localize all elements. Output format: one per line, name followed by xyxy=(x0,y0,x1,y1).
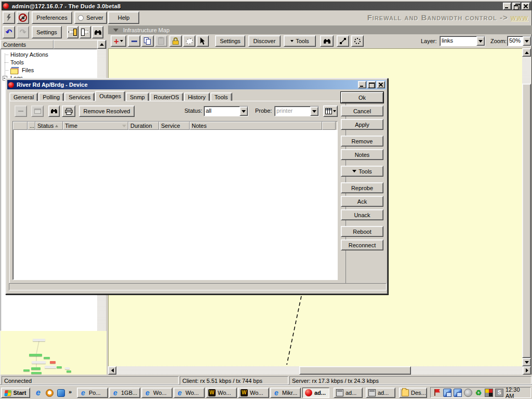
column-header[interactable] xyxy=(13,122,28,130)
remove-resolved-button[interactable]: Remove Resolved xyxy=(79,105,135,117)
select-button[interactable] xyxy=(196,35,209,47)
discover-button[interactable]: Discover xyxy=(248,35,281,47)
taskbar-task-button[interactable]: ad... xyxy=(366,388,395,398)
tree-item[interactable]: History Actions xyxy=(3,51,97,59)
layer-dropdown-button[interactable] xyxy=(476,36,485,46)
column-header[interactable]: ... xyxy=(28,122,35,130)
lock-button[interactable] xyxy=(169,35,182,47)
network-tray-icon[interactable] xyxy=(443,389,451,397)
dialog-titlebar[interactable]: River Rd Ap/Brdg - Device xyxy=(7,80,386,89)
map-vertical-scrollbar[interactable] xyxy=(522,48,531,366)
columns-button[interactable] xyxy=(323,105,338,117)
help-button[interactable]: Help xyxy=(108,11,139,24)
ring-tool-button[interactable] xyxy=(351,35,364,47)
taskbar-task-button[interactable]: Wo... xyxy=(174,388,205,398)
flag-tray-icon[interactable] xyxy=(433,389,441,397)
quick-launch-messenger-icon[interactable] xyxy=(56,388,66,397)
scroll-up-button[interactable] xyxy=(522,48,531,57)
sidebar-header[interactable]: Contents xyxy=(1,40,107,49)
scroll-down-button[interactable] xyxy=(522,358,531,366)
dialog-button[interactable]: Unack xyxy=(341,209,383,220)
start-button[interactable]: Start xyxy=(1,388,30,398)
dialog-button[interactable]: Apply xyxy=(341,119,383,130)
contents-header-label[interactable]: Contents xyxy=(1,40,54,49)
layer-select[interactable]: links xyxy=(440,36,485,46)
tab[interactable]: Outages xyxy=(95,91,125,101)
disconnect-button[interactable] xyxy=(17,11,29,24)
status-dropdown-button[interactable] xyxy=(240,107,248,116)
minimize-icon[interactable] xyxy=(503,3,511,10)
column-header[interactable]: Service xyxy=(159,122,190,130)
tab[interactable]: General xyxy=(9,92,38,101)
zoom-select[interactable]: 50% xyxy=(507,36,531,46)
map-tab-bar[interactable]: Infrastructure Map xyxy=(108,25,532,34)
map-tab-menu-icon[interactable] xyxy=(113,29,118,32)
add-button[interactable]: + xyxy=(111,35,126,47)
column-header[interactable]: Duration xyxy=(128,122,159,130)
probe-filter-select[interactable]: printer xyxy=(274,106,319,116)
zoom-dropdown-button[interactable] xyxy=(523,36,531,46)
scroll-right-button[interactable] xyxy=(523,366,531,375)
tree-item[interactable]: Tools xyxy=(3,59,97,66)
taskbar-task-button[interactable]: Wo... xyxy=(141,388,172,398)
scroll-thumb[interactable] xyxy=(299,366,411,375)
scroll-left-button[interactable] xyxy=(108,366,116,375)
outages-list[interactable]: ... Status Time Duration xyxy=(12,121,338,280)
taskbar-task-button[interactable]: Wo... xyxy=(238,388,269,398)
probe-dropdown-button[interactable] xyxy=(310,107,318,116)
tab[interactable]: Services xyxy=(64,92,95,101)
map-horizontal-scrollbar[interactable] xyxy=(108,366,531,375)
dialog-button[interactable]: Reboot xyxy=(341,226,383,237)
updates-tray-icon[interactable] xyxy=(474,389,483,397)
preferences-button[interactable]: Preferences xyxy=(32,11,72,24)
tab[interactable]: Polling xyxy=(38,92,64,101)
lasso-button[interactable] xyxy=(183,35,195,47)
app-titlebar[interactable]: admin@172.16.0.7 - The Dude 3.0beta8 xyxy=(2,2,531,10)
display-tray-icon[interactable] xyxy=(485,389,493,397)
restore-icon[interactable] xyxy=(512,3,521,10)
column-header[interactable]: Status xyxy=(35,122,63,130)
volume-tray-icon[interactable] xyxy=(464,389,472,397)
remove-tool-button[interactable] xyxy=(128,35,140,47)
close-icon[interactable] xyxy=(377,81,385,88)
quick-launch-ie-icon[interactable] xyxy=(33,388,43,397)
dialog-button[interactable]: Reconnect xyxy=(341,240,383,250)
column-header[interactable] xyxy=(322,122,336,130)
quick-launch-overflow-chevron[interactable]: » xyxy=(69,389,72,395)
taskbar-task-button[interactable]: ad... xyxy=(334,388,363,398)
dialog-button[interactable]: Notes xyxy=(341,149,383,160)
dialog-button[interactable]: Remove xyxy=(341,136,383,147)
find-button[interactable] xyxy=(92,26,103,38)
banner-www-link[interactable]: www xyxy=(511,13,528,22)
connect-button[interactable] xyxy=(3,11,15,24)
dialog-button[interactable]: Cancel xyxy=(341,105,383,116)
column-header[interactable]: Notes xyxy=(190,122,322,130)
find-outage-button[interactable] xyxy=(48,105,60,117)
paste-button[interactable] xyxy=(155,35,167,47)
print-button[interactable] xyxy=(62,105,75,117)
dialog-button[interactable]: Ok xyxy=(341,92,383,103)
link-tool-button[interactable] xyxy=(337,35,349,47)
copy-button[interactable] xyxy=(141,35,154,47)
settings-button[interactable]: Settings xyxy=(32,26,62,38)
maximize-icon[interactable] xyxy=(367,81,376,88)
dialog-button[interactable]: Ack xyxy=(341,196,383,207)
taskbar-task-button[interactable]: 1GB... xyxy=(109,388,140,398)
minimize-icon[interactable] xyxy=(358,81,366,88)
s-app-tray-icon[interactable] xyxy=(495,389,503,397)
dialog-button[interactable]: Reprobe xyxy=(341,182,383,193)
column-header[interactable]: Time xyxy=(63,122,128,130)
taskbar-task-button[interactable]: ad... xyxy=(302,388,329,398)
tree-item[interactable]: Files xyxy=(3,66,97,74)
taskbar-task-button[interactable]: Mikr... xyxy=(270,388,301,398)
redo-button[interactable]: ↷ xyxy=(17,26,29,38)
close-icon[interactable] xyxy=(522,3,530,10)
import-button[interactable] xyxy=(79,26,91,38)
status-filter-select[interactable]: all xyxy=(204,106,248,116)
map-find-button[interactable] xyxy=(320,35,334,47)
export-button[interactable] xyxy=(67,26,78,38)
remove-outage-button[interactable] xyxy=(15,105,27,117)
tab[interactable]: RouterOS xyxy=(150,92,183,101)
quick-launch-clock-icon[interactable] xyxy=(45,388,55,397)
taskbar-task-button[interactable]: Po... xyxy=(77,388,108,398)
